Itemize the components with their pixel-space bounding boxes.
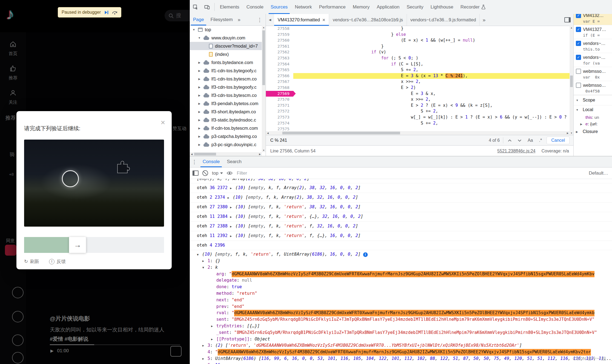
breakpoint-entry[interactable]: ✓VM41327…if (E = xyxy=(574,25,612,39)
source-link[interactable]: 5521.238ff46c.js:24 xyxy=(497,149,535,154)
editor-horizontal-scrollbar[interactable]: ◀ ▶ xyxy=(266,131,570,135)
scope-section-header[interactable]: ▼ Scope xyxy=(574,95,612,105)
devtools-tab-elements[interactable]: Elements xyxy=(216,0,243,14)
console-tree-row[interactable]: arg: "dGMGEAAANWV0aWh6ZXBmWHozVzIySzF4M3… xyxy=(190,271,612,278)
tree-item[interactable]: ▶lf3-pendah.bytetos.com xyxy=(190,99,262,108)
collapse-icon[interactable]: ▼ xyxy=(197,252,200,258)
tab-search[interactable]: Search xyxy=(223,156,245,167)
line-number[interactable]: 27570 xyxy=(266,97,293,103)
console-tree-row[interactable]: 4: "dGMGEAAANWV0aWh6ZXBmWHozVzIySzF4M3B0… xyxy=(190,349,612,356)
devtools-tab-sources[interactable]: Sources xyxy=(267,0,291,14)
expand-icon[interactable]: ▶ xyxy=(230,233,234,239)
console-tree-row[interactable]: 6: 16 xyxy=(190,362,612,364)
tree-item[interactable]: discover?modal_id=7 xyxy=(190,42,262,50)
tree-item[interactable]: ▶lf3-short.ibytedapm.co xyxy=(190,108,262,116)
console-log-row[interactable]: oteh 2 2374 ▶(10) [empty, f, k, Array(2)… xyxy=(190,193,612,203)
close-icon[interactable]: × xyxy=(322,17,325,22)
console-tree-row[interactable]: delegate: null xyxy=(190,277,612,284)
console-tree-row[interactable]: rval: "dGMGEAAANWV0aWh6ZXBmWHozVzIySzF4M… xyxy=(190,310,612,316)
scope-row[interactable]: ▶e: {url: xyxy=(574,121,612,127)
resume-script-icon[interactable] xyxy=(104,10,109,15)
line-number[interactable]: 27564 xyxy=(266,61,293,67)
console-log-row[interactable]: oteh 27 2380 ▶(10) [empty, f, k, 'return… xyxy=(190,203,612,212)
breakpoint-checkbox[interactable]: ✓ xyxy=(576,14,581,18)
expand-icon[interactable]: ▶ xyxy=(202,258,206,264)
line-number[interactable]: 27571 xyxy=(266,103,293,109)
tree-item[interactable]: ▶lf3-cdn-tos.bytescm.co xyxy=(190,91,262,99)
find-input[interactable] xyxy=(270,138,358,143)
captcha-feedback-button[interactable]: ! 反馈 xyxy=(49,258,66,265)
tree-item[interactable]: ▶lf1-cdn-tos.bytescm.co xyxy=(190,75,262,83)
console-log-row-expanded[interactable]: ▼(10) [empty, f, k, 'return', f, Uint8Ar… xyxy=(190,250,612,258)
line-number[interactable]: 27563 xyxy=(266,55,293,61)
console-tree-row[interactable]: done: true xyxy=(190,284,612,290)
console-tree-row[interactable]: next: "end" xyxy=(190,297,612,304)
console-tree-row[interactable]: sent: "8MGhZ45rn6zGq5ybM/RhxrqdgB1PNiGcD… xyxy=(190,316,612,323)
expand-arrow-icon[interactable]: ▼ xyxy=(197,36,201,39)
breakpoint-entry[interactable]: webmsso…_0x4f58 xyxy=(574,81,612,95)
match-case-toggle[interactable]: Aa xyxy=(526,138,535,143)
clear-console-icon[interactable] xyxy=(202,170,208,176)
devtools-tab-lighthouse[interactable]: Lighthouse xyxy=(427,0,457,14)
breakpoint-checkbox[interactable]: ✓ xyxy=(576,41,581,46)
expand-icon[interactable]: ▶ xyxy=(211,323,215,330)
expand-icon[interactable]: ▶ xyxy=(230,204,234,210)
line-number[interactable]: 27562 xyxy=(266,49,293,55)
breakpoint-entry[interactable]: ✓vendors~…this.to xyxy=(574,39,612,53)
console-filter[interactable] xyxy=(236,170,446,176)
expand-icon[interactable]: ▶ xyxy=(230,214,234,220)
frame-context-select[interactable]: top xyxy=(212,171,223,176)
scope-row[interactable]: ▼Local xyxy=(574,105,612,114)
next-match-icon[interactable] xyxy=(516,137,523,144)
step-over-icon[interactable] xyxy=(112,10,117,15)
inspect-element-icon[interactable] xyxy=(190,0,201,14)
devtools-tab-performance[interactable]: Performance xyxy=(315,0,349,14)
console-tree-row[interactable]: ▶3: (2) ['return', 'dGMGEAAANWV0aWh6ZXBm… xyxy=(190,342,612,349)
console-sidebar-icon[interactable] xyxy=(192,171,199,176)
breakpoint-checkbox[interactable] xyxy=(576,69,581,74)
info-icon[interactable]: i xyxy=(363,252,368,257)
tree-item[interactable]: (index) xyxy=(190,50,262,58)
console-tree-row[interactable]: _sent: "8MGhZ45rn6zGq5ybM/RhxrqdgB1PNiGc… xyxy=(190,330,612,336)
expand-arrow-icon[interactable]: ▶ xyxy=(197,77,201,80)
tree-item[interactable]: ▼top xyxy=(190,25,262,34)
expand-arrow-icon[interactable]: ▶ xyxy=(197,135,201,138)
expand-icon[interactable]: ▼ xyxy=(202,264,206,271)
puzzle-piece-icon[interactable] xyxy=(115,159,130,174)
devtools-tab-network[interactable]: Network xyxy=(291,0,315,14)
line-number[interactable]: 27561 xyxy=(266,44,293,50)
expand-arrow-icon[interactable]: ▼ xyxy=(192,28,196,31)
tree-item[interactable]: ▶lf3-cdn-tos.bytegoofy.c xyxy=(190,83,262,91)
console-log-row[interactable]: oteh 4 2396 xyxy=(190,241,612,250)
drawer-menu-icon[interactable]: ⋮ xyxy=(190,156,199,167)
navigator-horizontal-scrollbar[interactable]: ◀ ▶ xyxy=(190,152,262,156)
navigator-menu-icon[interactable]: ⋮ xyxy=(254,17,266,23)
expand-arrow-icon[interactable]: ▶ xyxy=(197,102,201,105)
tree-item[interactable]: ▶p3-pc-sign.douyinpic.c xyxy=(190,140,262,149)
line-number[interactable]: 27572 xyxy=(266,108,293,114)
console-log-row[interactable]: oteh 36 2372 ▶(10) [empty, k, f, Array(2… xyxy=(190,183,612,193)
line-number[interactable]: 27573 xyxy=(266,114,293,120)
expand-icon[interactable]: ▶ xyxy=(202,342,206,349)
expand-arrow-icon[interactable]: ▶ xyxy=(197,127,201,130)
line-number[interactable]: 27560 xyxy=(266,37,293,44)
breakpoint-checkbox[interactable] xyxy=(576,83,581,88)
editor-vertical-scrollbar[interactable]: ▲ ▼ xyxy=(570,26,573,135)
line-number[interactable]: 27574 xyxy=(266,120,293,126)
cancel-button[interactable]: Cancel xyxy=(547,137,570,144)
breakpoint-entry[interactable]: webmsso…var _0x xyxy=(574,67,612,81)
toggle-sidebar-icon[interactable] xyxy=(564,17,571,22)
expand-icon[interactable]: ▶ xyxy=(230,224,234,229)
devtools-tab-application[interactable]: Application xyxy=(373,0,403,14)
breakpoint-checkbox[interactable]: ✓ xyxy=(576,55,581,60)
tab-page[interactable]: Page xyxy=(190,14,207,25)
tree-item[interactable]: ▶lf3-static.bytednsdoc.c xyxy=(190,116,262,124)
captcha-refresh-button[interactable]: ↻ 刷新 xyxy=(24,258,39,265)
console-tree-row[interactable]: prev: "end" xyxy=(190,304,612,310)
devtools-tab-console[interactable]: Console xyxy=(243,0,267,14)
editor-tab[interactable]: VM413270:formatted× xyxy=(274,14,329,26)
tree-item[interactable]: ▶lf1-cdn-tos.bytegoofy.c xyxy=(190,67,262,75)
expand-arrow-icon[interactable]: ▶ xyxy=(197,143,201,146)
expand-arrow-icon[interactable]: ▶ xyxy=(197,86,201,89)
breakpoint-entry[interactable]: ✓VM4132…var E = xyxy=(574,14,612,25)
